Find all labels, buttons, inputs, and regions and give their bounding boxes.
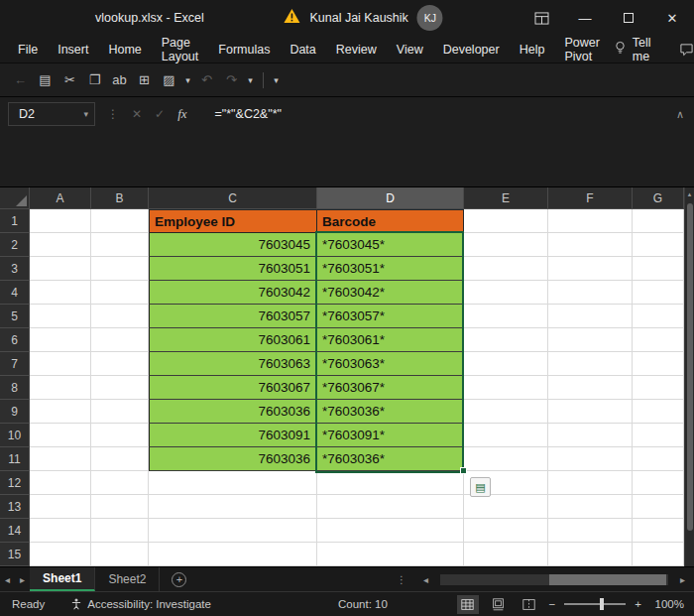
cell[interactable] (633, 233, 684, 257)
formula-bar-expanded-area[interactable] (0, 131, 694, 187)
cell[interactable] (91, 495, 149, 519)
page-break-view-button[interactable] (519, 595, 540, 614)
user-name[interactable]: Kunal Jai Kaushik (309, 11, 407, 25)
cell[interactable] (30, 257, 91, 281)
tab-insert[interactable]: Insert (48, 36, 98, 63)
zoom-slider-thumb[interactable] (600, 598, 604, 610)
cell[interactable] (633, 543, 684, 566)
cell[interactable] (91, 352, 149, 376)
cell[interactable] (30, 519, 91, 543)
accessibility-status[interactable]: Accessibility: Investigate (70, 598, 211, 610)
cell-employee-id[interactable]: 7603063 (149, 352, 317, 376)
cell[interactable] (548, 519, 633, 543)
cell[interactable] (548, 209, 633, 233)
cell[interactable] (149, 495, 317, 519)
cell[interactable] (548, 424, 633, 447)
sheet-tab-sheet1[interactable]: Sheet1 (30, 567, 95, 591)
cell-barcode[interactable]: *7603091* (317, 424, 464, 447)
cell[interactable] (317, 543, 464, 566)
cell-barcode[interactable]: *7603061* (317, 328, 464, 352)
sheetbar-more-icon[interactable]: ⋮ (392, 574, 411, 585)
cell[interactable] (30, 543, 91, 566)
cell-barcode[interactable]: *7603063* (317, 352, 464, 376)
minimize-button[interactable]: — (563, 0, 607, 36)
cell-barcode[interactable]: *7603042* (317, 281, 464, 305)
cell[interactable] (30, 447, 91, 471)
cell[interactable] (464, 519, 548, 543)
cell[interactable] (91, 519, 149, 543)
fill-color-dropdown-icon[interactable]: ▾ (181, 67, 194, 93)
cell[interactable] (91, 543, 149, 566)
cell-employee-id[interactable]: 7603067 (149, 376, 317, 400)
cell[interactable] (633, 281, 684, 305)
column-header-b[interactable]: B (91, 187, 149, 209)
row-header[interactable]: 3 (0, 257, 30, 281)
tab-review[interactable]: Review (326, 36, 387, 63)
column-header-f[interactable]: F (548, 187, 633, 209)
cell[interactable] (30, 495, 91, 519)
maximize-button[interactable] (607, 0, 650, 36)
cell[interactable] (464, 328, 548, 352)
copy-icon[interactable]: ❐ (82, 67, 107, 93)
name-box[interactable]: D2 ▾ (8, 102, 95, 126)
horizontal-scrollbar[interactable] (440, 574, 668, 585)
row-header[interactable]: 4 (0, 281, 30, 305)
cell[interactable] (30, 305, 91, 328)
cell[interactable] (149, 543, 317, 566)
cell[interactable] (317, 519, 464, 543)
cell[interactable] (30, 209, 91, 233)
select-all-corner[interactable] (0, 187, 30, 209)
cell[interactable] (30, 233, 91, 257)
cell[interactable] (30, 328, 91, 352)
cell[interactable] (633, 209, 684, 233)
cell[interactable] (464, 376, 548, 400)
add-sheet-button[interactable]: + (172, 572, 186, 587)
cell[interactable] (317, 471, 464, 495)
cell-d1-barcode-header[interactable]: Barcode (317, 209, 464, 233)
formula-input[interactable]: ="*"&C2&"*" (215, 107, 282, 121)
cell[interactable] (548, 400, 633, 424)
redo-dropdown-icon[interactable]: ▾ (244, 67, 257, 93)
cell[interactable] (548, 281, 633, 305)
row-header[interactable]: 13 (0, 495, 30, 519)
fill-color-icon[interactable]: ▨ (157, 67, 181, 93)
cell[interactable] (633, 519, 684, 543)
cell[interactable] (30, 376, 91, 400)
cell[interactable] (149, 471, 317, 495)
cell[interactable] (633, 424, 684, 447)
tab-file[interactable]: File (8, 36, 48, 63)
cell-employee-id[interactable]: 7603091 (149, 424, 317, 447)
cell-employee-id[interactable]: 7603036 (149, 447, 317, 471)
cell[interactable] (91, 209, 149, 233)
collapse-formula-bar-icon[interactable]: ∧ (676, 108, 684, 121)
cell[interactable] (633, 328, 684, 352)
cell-employee-id[interactable]: 7603051 (149, 257, 317, 281)
cell[interactable] (633, 352, 684, 376)
cell[interactable] (633, 447, 684, 471)
cell[interactable] (548, 328, 633, 352)
tab-power-pivot[interactable]: Power Pivot (554, 36, 609, 63)
sheet-nav-right-icon[interactable]: ▸ (15, 574, 30, 585)
cell[interactable] (548, 233, 633, 257)
cell[interactable] (91, 257, 149, 281)
tell-me[interactable]: Tell me (610, 36, 655, 63)
cell[interactable] (633, 400, 684, 424)
cell[interactable] (633, 376, 684, 400)
cell[interactable] (633, 257, 684, 281)
scroll-up-icon[interactable]: ▴ (685, 187, 694, 201)
cell-barcode[interactable]: *7603036* (317, 400, 464, 424)
column-header-a[interactable]: A (30, 187, 91, 209)
tab-home[interactable]: Home (98, 36, 151, 63)
column-header-g[interactable]: G (633, 187, 684, 209)
close-button[interactable]: ✕ (650, 0, 694, 36)
cell[interactable] (30, 281, 91, 305)
cell[interactable] (149, 519, 317, 543)
cell[interactable] (464, 400, 548, 424)
cell[interactable] (91, 376, 149, 400)
cell[interactable] (91, 400, 149, 424)
cell-c1-employee-id-header[interactable]: Employee ID (149, 209, 317, 233)
cell[interactable] (548, 376, 633, 400)
row-header[interactable]: 7 (0, 352, 30, 376)
normal-view-button[interactable] (457, 595, 479, 614)
cell[interactable] (317, 495, 464, 519)
